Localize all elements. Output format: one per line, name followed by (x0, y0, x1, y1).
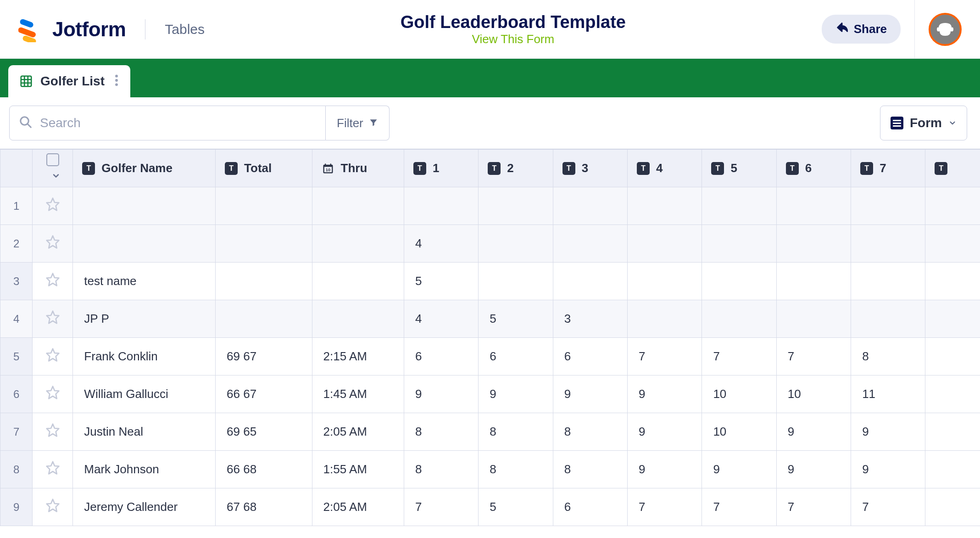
cell-hole-5[interactable]: 7 (702, 488, 776, 526)
table-row[interactable]: 1 (0, 187, 980, 225)
cell-hole-2[interactable]: 8 (479, 451, 553, 488)
cell-hole-3[interactable] (553, 187, 627, 225)
row-star[interactable] (33, 300, 73, 338)
cell-hole-6[interactable]: 9 (776, 413, 851, 451)
cell-hole-8[interactable] (925, 263, 980, 300)
cell-hole-6[interactable] (776, 225, 851, 263)
table-row[interactable]: 3test name5 (0, 263, 980, 300)
cell-hole-5[interactable]: 7 (702, 338, 776, 375)
row-star[interactable] (33, 187, 73, 225)
header-thru[interactable]: 10 Thru (312, 150, 404, 187)
cell-hole-2[interactable]: 5 (479, 488, 553, 526)
cell-hole-5[interactable]: 10 (702, 375, 776, 413)
cell-hole-8[interactable] (925, 451, 980, 488)
cell-name[interactable]: Justin Neal (73, 413, 216, 451)
cell-hole-2[interactable]: 9 (479, 375, 553, 413)
cell-hole-1[interactable]: 8 (404, 413, 478, 451)
cell-hole-4[interactable] (628, 300, 702, 338)
cell-hole-8[interactable] (925, 413, 980, 451)
cell-hole-1[interactable]: 4 (404, 225, 478, 263)
table-row[interactable]: 8Mark Johnson66 681:55 AM8889999 (0, 451, 980, 488)
tab-golfer-list[interactable]: Golfer List (8, 65, 130, 97)
cell-hole-7[interactable]: 7 (851, 488, 925, 526)
cell-total[interactable]: 66 68 (216, 451, 312, 488)
cell-hole-4[interactable]: 9 (628, 451, 702, 488)
cell-thru[interactable] (312, 187, 404, 225)
cell-hole-3[interactable]: 9 (553, 375, 627, 413)
header-hole-5[interactable]: T5 (702, 150, 776, 187)
cell-hole-1[interactable]: 6 (404, 338, 478, 375)
cell-hole-6[interactable]: 9 (776, 451, 851, 488)
cell-hole-6[interactable]: 7 (776, 488, 851, 526)
tab-menu-icon[interactable] (112, 74, 121, 89)
cell-hole-6[interactable]: 10 (776, 375, 851, 413)
header-hole-6[interactable]: T6 (776, 150, 851, 187)
cell-total[interactable]: 69 67 (216, 338, 312, 375)
cell-hole-5[interactable] (702, 187, 776, 225)
cell-total[interactable] (216, 300, 312, 338)
cell-total[interactable] (216, 187, 312, 225)
header-hole-8[interactable]: T (925, 150, 980, 187)
cell-hole-6[interactable]: 7 (776, 338, 851, 375)
view-form-link[interactable]: View This Form (472, 32, 555, 46)
cell-hole-5[interactable] (702, 300, 776, 338)
table-row[interactable]: 6William Gallucci66 671:45 AM9999101011 (0, 375, 980, 413)
cell-total[interactable] (216, 263, 312, 300)
header-hole-4[interactable]: T4 (628, 150, 702, 187)
search-input[interactable] (40, 116, 316, 130)
cell-hole-4[interactable] (628, 225, 702, 263)
cell-hole-4[interactable]: 9 (628, 413, 702, 451)
cell-hole-2[interactable] (479, 263, 553, 300)
cell-hole-2[interactable]: 6 (479, 338, 553, 375)
cell-hole-4[interactable] (628, 263, 702, 300)
row-star[interactable] (33, 488, 73, 526)
table-row[interactable]: 24 (0, 225, 980, 263)
cell-name[interactable]: Mark Johnson (73, 451, 216, 488)
cell-hole-7[interactable]: 9 (851, 413, 925, 451)
cell-hole-4[interactable]: 7 (628, 488, 702, 526)
cell-name[interactable] (73, 187, 216, 225)
cell-hole-5[interactable]: 10 (702, 413, 776, 451)
row-star[interactable] (33, 375, 73, 413)
cell-hole-4[interactable]: 9 (628, 375, 702, 413)
cell-hole-1[interactable]: 5 (404, 263, 478, 300)
cell-hole-7[interactable]: 11 (851, 375, 925, 413)
cell-hole-7[interactable] (851, 187, 925, 225)
chevron-down-icon[interactable] (51, 169, 61, 183)
cell-hole-1[interactable]: 8 (404, 451, 478, 488)
table-row[interactable]: 4JP P453 (0, 300, 980, 338)
cell-hole-7[interactable]: 9 (851, 451, 925, 488)
cell-hole-5[interactable]: 9 (702, 451, 776, 488)
row-star[interactable] (33, 225, 73, 263)
row-star[interactable] (33, 451, 73, 488)
cell-hole-2[interactable] (479, 187, 553, 225)
header-hole-1[interactable]: T1 (404, 150, 478, 187)
filter-button[interactable]: Filter (326, 106, 390, 140)
cell-thru[interactable]: 2:05 AM (312, 413, 404, 451)
cell-hole-1[interactable]: 9 (404, 375, 478, 413)
cell-hole-1[interactable] (404, 187, 478, 225)
row-star[interactable] (33, 338, 73, 375)
table-row[interactable]: 5Frank Conklin69 672:15 AM6667778 (0, 338, 980, 375)
cell-hole-7[interactable] (851, 263, 925, 300)
cell-hole-3[interactable] (553, 263, 627, 300)
cell-hole-3[interactable]: 6 (553, 488, 627, 526)
cell-hole-7[interactable] (851, 225, 925, 263)
cell-hole-8[interactable] (925, 187, 980, 225)
cell-thru[interactable]: 1:45 AM (312, 375, 404, 413)
cell-name[interactable] (73, 225, 216, 263)
cell-hole-2[interactable]: 5 (479, 300, 553, 338)
cell-hole-5[interactable] (702, 225, 776, 263)
cell-hole-2[interactable] (479, 225, 553, 263)
cell-hole-8[interactable] (925, 338, 980, 375)
cell-hole-3[interactable]: 8 (553, 413, 627, 451)
table-row[interactable]: 9Jeremy Callender67 682:05 AM7567777 (0, 488, 980, 526)
cell-hole-8[interactable] (925, 300, 980, 338)
cell-hole-8[interactable] (925, 375, 980, 413)
user-avatar[interactable] (929, 13, 962, 46)
cell-thru[interactable]: 2:05 AM (312, 488, 404, 526)
cell-hole-7[interactable] (851, 300, 925, 338)
table-row[interactable]: 7Justin Neal69 652:05 AM88891099 (0, 413, 980, 451)
cell-hole-4[interactable]: 7 (628, 338, 702, 375)
select-all-checkbox[interactable] (46, 153, 59, 166)
